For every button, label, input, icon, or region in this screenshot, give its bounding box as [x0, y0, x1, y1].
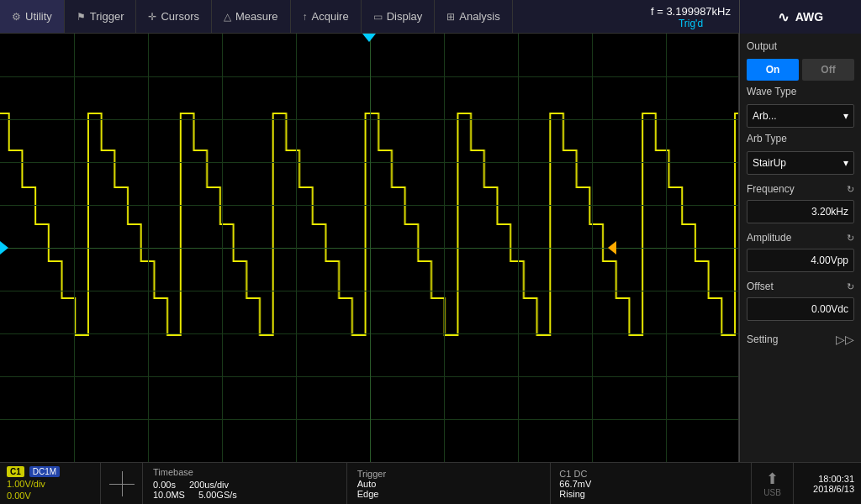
timebase-rate: 5.00GS/s: [198, 490, 237, 500]
grid-v2: [148, 34, 149, 462]
usb-label: USB: [763, 488, 781, 497]
offset-value: 0.00Vdc: [811, 303, 848, 315]
measure-icon: △: [224, 11, 231, 23]
amplitude-value-row[interactable]: 4.00Vpp: [747, 249, 854, 272]
trigger-label: Trigger: [90, 10, 124, 23]
amplitude-value: 4.00Vpp: [811, 255, 848, 266]
frequency-value: f = 3.199987kHz: [651, 5, 731, 18]
amplitude-refresh-icon[interactable]: ↻: [847, 233, 854, 244]
trigger-type-val: Edge: [357, 489, 541, 499]
cursors-label: Cursors: [161, 10, 199, 23]
offset-section-label: Offset ↻: [747, 281, 854, 292]
ch1-vdiv-val: 1.00V/div: [7, 479, 93, 489]
timebase-samples: 10.0MS: [153, 490, 185, 500]
grid-h1: [0, 76, 738, 77]
timebase-div: 200us/div: [189, 480, 229, 490]
frequency-value: 3.20kHz: [811, 206, 848, 218]
grid-h4: [0, 205, 738, 206]
setting-row[interactable]: Setting ▷▷: [747, 333, 854, 346]
arb-type-chevron-icon: ▾: [843, 157, 848, 169]
ch1-coupling-badge: DC1M: [29, 466, 60, 477]
offset-label: Offset: [747, 281, 774, 292]
trigger-mode-val: Auto: [357, 479, 541, 489]
setting-expand-icon: ▷▷: [836, 333, 854, 346]
output-label: Output: [747, 40, 854, 52]
grid-v7: [518, 34, 519, 462]
frequency-label: Frequency: [747, 183, 795, 195]
utility-menu[interactable]: ⚙ Utility: [0, 0, 65, 33]
ch1-badge: C1: [7, 466, 24, 477]
ch1-offset-val: 0.00V: [7, 491, 93, 501]
trigger-icon: ⚑: [77, 11, 86, 23]
timebase-values: 0.00s 200us/div: [153, 480, 336, 490]
trigger-level-arrow: [0, 241, 8, 255]
usb-icon: ⬆: [766, 470, 779, 488]
grid-v8: [592, 34, 593, 462]
output-on-button[interactable]: On: [747, 59, 799, 81]
scope-right-arrow: [608, 241, 616, 255]
status-bar: C1 DC1M 1.00V/div 0.00V Timebase 0.00s 2…: [0, 462, 861, 504]
ch1-dc-section: C1 DC 66.7mV Rising: [551, 463, 752, 504]
arb-type-label: Arb Type: [747, 133, 854, 144]
ch1-dc-level: 66.7mV: [559, 479, 742, 489]
setting-label: Setting: [747, 333, 778, 345]
main-area: Output On Off Wave Type Arb... ▾ Arb Typ…: [0, 34, 861, 462]
wave-type-dropdown[interactable]: Arb... ▾: [747, 104, 854, 128]
frequency-refresh-icon[interactable]: ↻: [847, 184, 854, 195]
grid-v9: [666, 34, 667, 462]
awg-control-panel: Output On Off Wave Type Arb... ▾ Arb Typ…: [739, 34, 861, 462]
scope-display: [0, 34, 739, 462]
crosshair-area: [101, 463, 143, 504]
utility-icon: ⚙: [12, 11, 21, 23]
awg-panel-title: ∿ AWG: [739, 0, 861, 34]
trigger-menu[interactable]: ⚑ Trigger: [65, 0, 137, 33]
trigger-status: Trig'd: [679, 18, 703, 29]
ch1-info-section: C1 DC1M 1.00V/div 0.00V: [0, 463, 101, 504]
frequency-value-row[interactable]: 3.20kHz: [747, 200, 854, 223]
analysis-icon: ⊞: [446, 11, 455, 23]
cursors-menu[interactable]: ✛ Cursors: [136, 0, 212, 33]
awg-waveform-icon: ∿: [778, 9, 789, 25]
utility-label: Utility: [25, 10, 52, 23]
display-label: Display: [387, 10, 423, 23]
current-time: 18:00:31: [818, 474, 854, 484]
timebase-section: Timebase 0.00s 200us/div 10.0MS 5.00GS/s: [143, 463, 347, 504]
display-menu[interactable]: ▭ Display: [362, 0, 436, 33]
grid-v1: [74, 34, 75, 462]
wave-type-chevron-icon: ▾: [843, 110, 848, 122]
amplitude-section-label: Amplitude ↻: [747, 232, 854, 244]
grid-v4: [296, 34, 297, 462]
output-off-button[interactable]: Off: [802, 59, 854, 81]
grid-h7: [0, 333, 738, 334]
arb-type-dropdown[interactable]: StairUp ▾: [747, 151, 854, 175]
wave-type-label: Wave Type: [747, 86, 854, 97]
wave-type-value: Arb...: [753, 110, 777, 122]
acquire-icon: ↑: [303, 11, 308, 23]
current-date: 2018/6/13: [813, 484, 854, 494]
amplitude-label: Amplitude: [747, 232, 791, 244]
output-toggle-row: On Off: [747, 59, 854, 81]
acquire-menu[interactable]: ↑ Acquire: [291, 0, 362, 33]
cursors-icon: ✛: [148, 11, 156, 23]
grid-h8: [0, 376, 738, 377]
trigger-section-label: Trigger: [357, 469, 541, 479]
analysis-menu[interactable]: ⊞ Analysis: [435, 0, 512, 33]
grid-v6: [444, 34, 445, 462]
measure-menu[interactable]: △ Measure: [212, 0, 291, 33]
ch1-header: C1 DC1M: [7, 466, 93, 477]
arb-type-value: StairUp: [753, 157, 786, 169]
timebase-position: 0.00s: [153, 480, 176, 490]
top-menu-bar: ⚙ Utility ⚑ Trigger ✛ Cursors △ Measure …: [0, 0, 861, 34]
offset-refresh-icon[interactable]: ↻: [847, 281, 854, 292]
offset-value-row[interactable]: 0.00Vdc: [747, 297, 854, 321]
frequency-display: f = 3.199987kHz Trig'd: [642, 0, 739, 34]
acquire-label: Acquire: [312, 10, 349, 23]
trigger-marker-top: [362, 34, 376, 42]
grid-h6: [0, 291, 738, 291]
ch1-dc-slope: Rising: [559, 489, 742, 499]
grid-v3: [222, 34, 223, 462]
grid-h3: [0, 162, 738, 163]
timebase-rates: 10.0MS 5.00GS/s: [153, 490, 336, 500]
crosshair-icon: [109, 471, 135, 496]
display-icon: ▭: [373, 11, 383, 23]
